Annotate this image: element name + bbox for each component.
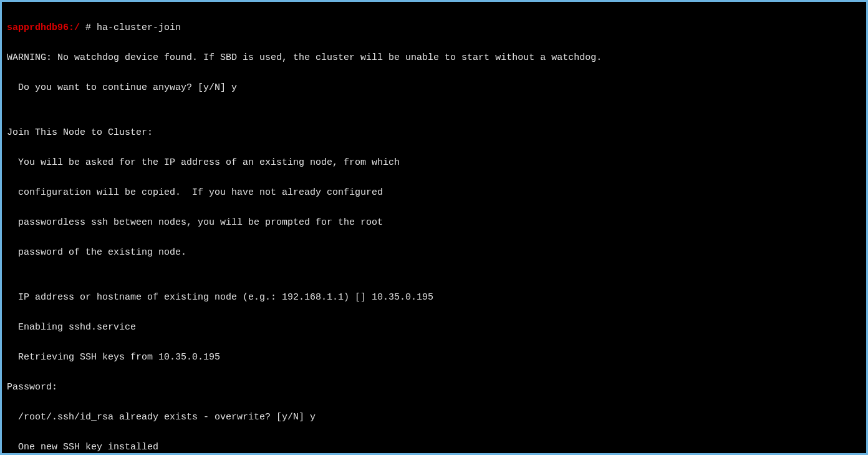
output-line: password of the existing node. [7,245,861,260]
output-line: Enabling sshd.service [7,320,861,335]
output-line: Password: [7,380,861,395]
shell-command: ha-cluster-join [97,22,181,33]
shell-prompt-sep: # [80,22,97,33]
output-line: Retrieving SSH keys from 10.35.0.195 [7,350,861,365]
terminal-window[interactable]: sapprdhdb96:/ # ha-cluster-join WARNING:… [2,2,866,453]
output-line: IP address or hostname of existing node … [7,290,861,305]
output-line: WARNING: No watchdog device found. If SB… [7,51,861,66]
output-line: One new SSH key installed [7,440,861,453]
prompt-line-1: sapprdhdb96:/ # ha-cluster-join [7,21,861,36]
shell-prompt-host: sapprdhdb96:/ [7,22,80,33]
output-line: /root/.ssh/id_rsa already exists - overw… [7,410,861,425]
output-line: passwordless ssh between nodes, you will… [7,215,861,230]
output-line: Do you want to continue anyway? [y/N] y [7,81,861,95]
output-line: Join This Node to Cluster: [7,125,861,140]
output-line: configuration will be copied. If you hav… [7,185,861,200]
output-line: You will be asked for the IP address of … [7,155,861,170]
